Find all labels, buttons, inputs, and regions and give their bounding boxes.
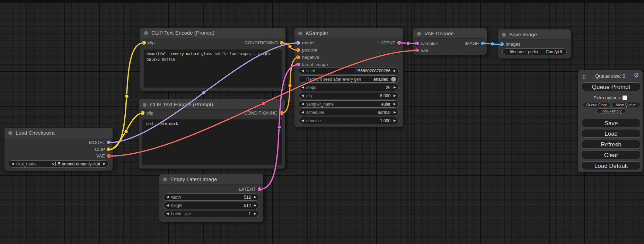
increment-arrow-icon[interactable] (254, 204, 256, 207)
latent-output-dot[interactable] (397, 41, 401, 45)
node-collapse-dot-icon[interactable] (144, 31, 148, 35)
output-slot-image: IMAGE (465, 40, 479, 47)
decrement-arrow-icon[interactable] (166, 204, 169, 207)
latent-output-dot[interactable] (258, 187, 262, 191)
prompt-textarea[interactable]: beautiful scenery nature glass bottle la… (144, 49, 282, 88)
node-clip-text-encode-negative[interactable]: CLIP Text Encode (Prompt) clip CONDITION… (139, 99, 285, 169)
wire-midpoint-dot (406, 42, 410, 45)
decrement-arrow-icon[interactable] (301, 69, 304, 72)
node-load-checkpoint[interactable]: Load Checkpoint MODEL CLIP VAE ckpt_name… (5, 128, 113, 171)
increment-arrow-icon[interactable] (254, 212, 256, 215)
node-clip-text-encode-positive[interactable]: CLIP Text Encode (Prompt) clip CONDITION… (140, 28, 285, 91)
node-title: Save Image (509, 31, 537, 37)
cfg-widget[interactable]: cfg 8.000 (299, 92, 399, 99)
increment-arrow-icon[interactable] (394, 119, 396, 122)
decrement-arrow-icon[interactable] (301, 119, 304, 122)
output-slot-latent: LATENT (378, 39, 395, 46)
clip-input-dot[interactable] (141, 111, 144, 115)
sampler-name-widget[interactable]: sampler_name euler (299, 100, 399, 108)
input-slot-vae: vae (421, 47, 428, 54)
decrement-arrow-icon[interactable] (11, 162, 14, 165)
steps-widget[interactable]: steps 20 (299, 84, 399, 91)
input-slot-clip: clip (147, 110, 153, 116)
node-title-bar: Save Image (498, 29, 571, 40)
decrement-arrow-icon[interactable] (301, 102, 304, 106)
increment-arrow-icon[interactable] (103, 162, 106, 165)
decrement-arrow-icon[interactable] (301, 86, 304, 89)
extra-options-checkbox[interactable] (623, 96, 627, 100)
conditioning-output-dot[interactable] (280, 111, 283, 115)
canvas-edge (0, 0, 644, 2)
images-input-dot[interactable] (500, 42, 504, 46)
extra-options-row: Extra options (578, 95, 643, 100)
node-collapse-dot-icon[interactable] (8, 131, 12, 135)
vae-input-dot[interactable] (415, 48, 419, 52)
samples-input-dot[interactable] (415, 42, 419, 45)
clear-button[interactable]: Clear (582, 151, 640, 159)
node-collapse-dot-icon[interactable] (143, 103, 147, 107)
height-widget[interactable]: height 512 (164, 202, 259, 209)
increment-arrow-icon[interactable] (394, 94, 396, 97)
node-collapse-dot-icon[interactable] (163, 178, 167, 181)
decrement-arrow-icon[interactable] (166, 196, 169, 199)
model-output-dot[interactable] (107, 141, 111, 144)
view-history-button[interactable]: View History (597, 108, 626, 114)
decrement-arrow-icon[interactable] (301, 94, 304, 97)
clip-input-dot[interactable] (142, 41, 146, 45)
node-collapse-dot-icon[interactable] (502, 33, 506, 37)
node-collapse-dot-icon[interactable] (417, 32, 421, 36)
view-queue-button[interactable]: View Queue (611, 102, 640, 107)
node-title: Load Checkpoint (16, 130, 55, 136)
model-input-dot[interactable] (296, 41, 300, 45)
node-title-bar: CLIP Text Encode (Prompt) (139, 99, 285, 110)
increment-arrow-icon[interactable] (394, 102, 396, 106)
width-widget[interactable]: width 512 (164, 193, 259, 201)
toggle-dot-icon[interactable] (391, 77, 396, 82)
decrement-arrow-icon[interactable] (301, 111, 304, 114)
filename-prefix-widget[interactable]: filename_prefix ComfyUI (502, 48, 567, 55)
node-title: Empty Latent Image (170, 176, 217, 182)
prompt-textarea[interactable]: text, watermark (142, 119, 282, 165)
node-save-image[interactable]: Save Image images filename_prefix ComfyU… (498, 29, 571, 58)
node-title: CLIP Text Encode (Prompt) (151, 30, 214, 36)
vae-output-dot[interactable] (107, 154, 111, 158)
ckpt-name-widget[interactable]: ckpt_name v1-5-pruned-emaonly.ckpt (9, 160, 108, 168)
clip-output-dot[interactable] (107, 147, 111, 151)
node-empty-latent-image[interactable]: Empty Latent Image LATENT width 512 heig… (159, 174, 263, 222)
output-slot-latent: LATENT (239, 186, 256, 192)
batch-size-widget[interactable]: batch_size 1 (164, 210, 259, 217)
save-button[interactable]: Save (582, 119, 640, 127)
denoise-widget[interactable]: denoise 1.000 (299, 117, 399, 124)
increment-arrow-icon[interactable] (394, 86, 396, 89)
input-slot-negative: negative (302, 54, 319, 61)
node-ksampler[interactable]: KSampler model positive negative latent_… (294, 28, 403, 127)
latent-input-dot[interactable] (296, 63, 300, 66)
output-slot-conditioning: CONDITIONING (245, 39, 278, 46)
positive-input-dot[interactable] (296, 48, 300, 52)
random-seed-widget[interactable]: Random seed after every gen enabled (299, 75, 399, 83)
increment-arrow-icon[interactable] (394, 111, 396, 114)
node-collapse-dot-icon[interactable] (298, 31, 302, 35)
wire-midpoint-dot (125, 94, 129, 98)
wire-midpoint-dot (124, 130, 128, 133)
increment-arrow-icon[interactable] (254, 196, 256, 199)
node-vae-decode[interactable]: VAE Decode samples vae IMAGE (413, 28, 487, 55)
decrement-arrow-icon[interactable] (166, 212, 169, 215)
negative-input-dot[interactable] (296, 55, 300, 59)
load-button[interactable]: Load (582, 129, 640, 138)
wire-midpoint-dot (202, 91, 205, 94)
output-slot-conditioning: CONDITIONING (244, 110, 277, 116)
conditioning-output-dot[interactable] (280, 41, 284, 45)
settings-gear-icon[interactable]: ⚙ (634, 72, 639, 79)
seed-widget[interactable]: seed 156680208700286 (299, 67, 399, 74)
node-graph-canvas[interactable]: Load Checkpoint MODEL CLIP VAE ckpt_name… (0, 0, 644, 244)
scheduler-widget[interactable]: scheduler normal (299, 109, 399, 116)
image-output-dot[interactable] (481, 42, 485, 45)
queue-front-button[interactable]: Queue Front (583, 102, 610, 107)
queue-panel: Queue size: 0 ⚙ Queue Prompt Extra optio… (578, 70, 643, 172)
increment-arrow-icon[interactable] (394, 69, 396, 72)
queue-prompt-button[interactable]: Queue Prompt (582, 82, 640, 91)
load-default-button[interactable]: Load Default (582, 161, 640, 170)
node-title: VAE Decode (424, 30, 454, 36)
refresh-button[interactable]: Refresh (582, 140, 640, 148)
